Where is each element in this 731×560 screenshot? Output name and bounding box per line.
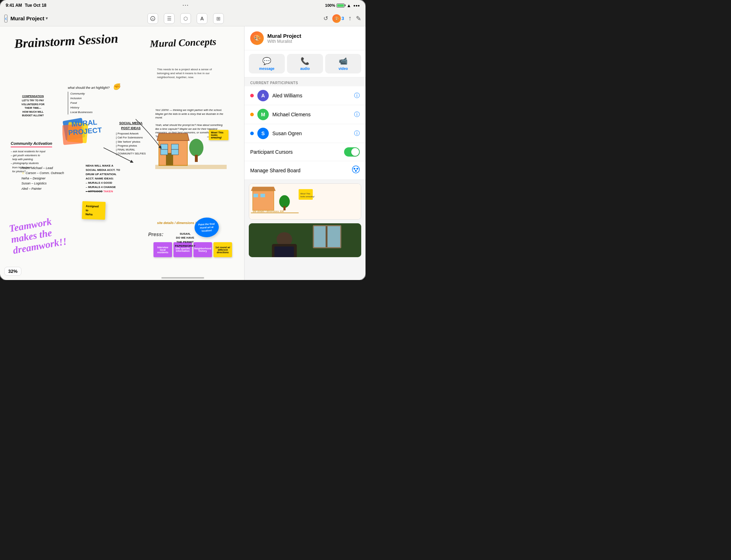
art-question: what should the art highlight?	[68, 85, 110, 90]
participant-susan[interactable]: S Susan Ogren ⓘ	[244, 124, 366, 143]
team-block: Team: Michael – Lead ☺ Carson – Comm. Ou…	[21, 166, 64, 191]
neha-block: NEHA WILL MAKE A SOCIAL MEDIA ACCT. TO D…	[86, 164, 120, 194]
video-svg	[249, 223, 361, 257]
battery-percentage: 100%	[325, 3, 335, 7]
svg-rect-22	[253, 194, 258, 197]
susan-name: Susan Ogren	[272, 131, 351, 136]
home-bar	[161, 277, 204, 279]
dots-indicator: ···	[183, 2, 189, 8]
pencil-tool-button[interactable]: A	[147, 13, 158, 24]
shapes-tool-button[interactable]: ⬡	[180, 13, 191, 24]
michael-avatar-initial: M	[261, 112, 265, 117]
mural-concepts-title: Mural Concepts	[150, 36, 216, 50]
compensation-block: COMPENSATION LET'S TRY TO PAYVOLUNTEERS …	[21, 94, 45, 118]
aled-avatar: A	[257, 90, 269, 101]
toggle-thumb	[351, 148, 359, 156]
canvas-thumbnail: Wow! This looks amazing! site details / …	[249, 183, 361, 220]
svg-rect-6	[161, 144, 168, 149]
message-button[interactable]: 💬 message	[249, 54, 285, 73]
cursors-toggle[interactable]	[344, 147, 360, 157]
dropdown-arrow: ▾	[46, 16, 48, 21]
art-highlight-block: what should the art highlight? Community…	[68, 85, 110, 114]
svg-point-18	[354, 168, 356, 170]
susan-dot	[250, 132, 254, 135]
press-label: Press:	[148, 231, 163, 237]
battery-icon	[337, 4, 344, 7]
battery-indicator: 100%	[325, 3, 344, 7]
shapes-icon: ⬡	[183, 16, 188, 21]
svg-rect-32	[249, 223, 361, 257]
text-tool-button[interactable]: ☰	[164, 13, 175, 24]
sidebar-panel: 🎨 Mural Project With Muralist 💬 message …	[244, 26, 366, 280]
svg-rect-13	[195, 155, 198, 162]
michael-dot	[250, 113, 254, 116]
audio-label: audio	[300, 67, 310, 71]
text-icon: ☰	[167, 16, 172, 21]
pencil-icon: A	[150, 16, 156, 21]
svg-rect-35	[327, 226, 340, 247]
participants-section-label: CURRENT PARTICIPANTS	[244, 77, 366, 86]
svg-rect-26	[283, 206, 286, 210]
emoji-fist: ✊	[112, 82, 120, 92]
zoom-badge[interactable]: 32%	[4, 267, 21, 276]
thumb-inner: Wow! This looks amazing! site details / …	[249, 184, 361, 219]
mural-description: This needs to be a project about a sense…	[157, 67, 218, 80]
susan-avatar-initial: S	[261, 131, 264, 136]
susan-info-icon[interactable]: ⓘ	[354, 130, 360, 137]
audio-button[interactable]: 📞 audio	[287, 54, 323, 73]
svg-point-25	[279, 195, 290, 208]
svg-rect-9	[161, 149, 168, 155]
svg-rect-36	[326, 226, 327, 247]
svg-text:looks amazing!: looks amazing!	[301, 195, 315, 198]
collaborator-avatar: 🎨	[332, 14, 341, 23]
michael-avatar: M	[257, 109, 269, 120]
michael-info-icon[interactable]: ⓘ	[354, 111, 360, 118]
manage-label: Manage Shared Board	[250, 168, 301, 173]
aled-info-icon[interactable]: ⓘ	[354, 92, 360, 100]
compensation-body: LET'S TRY TO PAYVOLUNTEERS FORTHEIR TIME…	[21, 99, 45, 118]
back-button[interactable]: ‹	[4, 15, 7, 22]
time-display: 9:41 AM	[6, 3, 22, 8]
brainstorm-title: Brainstorm Session	[14, 31, 119, 51]
back-arrow: ‹	[5, 15, 7, 22]
panel-project-title: Mural Project	[267, 33, 301, 39]
font-tool-button[interactable]: A	[197, 13, 207, 24]
svg-rect-23	[261, 194, 265, 197]
video-person	[249, 223, 361, 257]
svg-point-17	[352, 166, 359, 173]
image-tool-button[interactable]: ⊞	[213, 13, 224, 24]
social-items: [ Proposed Artwork [ Call For Submission…	[116, 132, 146, 156]
susan-block: SUSAN,DO WE HAVETHE PERMITPAPERWORK?	[175, 232, 195, 248]
comm-buttons-row: 💬 message 📞 audio 📹 video	[244, 50, 366, 77]
manage-board-row[interactable]: Manage Shared Board	[244, 161, 366, 180]
assigned-sticky: Assigned to Neha	[82, 201, 106, 220]
svg-rect-39	[274, 246, 294, 257]
svg-marker-11	[157, 133, 189, 141]
canvas-area[interactable]: Brainstorm Session Mural Concepts COMPEN…	[0, 26, 244, 280]
participant-aled[interactable]: A Aled Williams ⓘ	[244, 86, 366, 105]
sticky-interview: Interviewlocal residents	[153, 242, 172, 257]
share-icon[interactable]: ↑	[348, 15, 352, 22]
aled-name: Aled Williams	[272, 93, 351, 98]
svg-marker-24	[251, 187, 276, 191]
social-media-block: SOCIAL MEDIAPOST IDEAS [ Proposed Artwor…	[116, 121, 146, 156]
svg-text:Wow! This: Wow! This	[301, 193, 311, 195]
history-icon[interactable]: ↺	[323, 15, 328, 22]
svg-rect-34	[314, 226, 326, 247]
message-label: message	[259, 67, 274, 71]
collaborators-button[interactable]: 🎨 3	[332, 14, 344, 23]
signal-icon: ●●●	[353, 4, 360, 7]
wow-sticky: Wow! This looks amazing!	[209, 130, 228, 140]
video-panel	[249, 223, 361, 257]
thumbnail-svg: Wow! This looks amazing! site details / …	[249, 184, 361, 219]
edit-icon[interactable]: ✎	[356, 15, 361, 22]
aled-dot	[250, 94, 254, 97]
compensation-title: COMPENSATION	[21, 94, 45, 98]
panel-header: 🎨 Mural Project With Muralist	[244, 26, 366, 50]
participant-michael[interactable]: M Michael Clemens ⓘ	[244, 105, 366, 124]
video-button[interactable]: 📹 video	[325, 54, 361, 73]
battery-fill	[337, 4, 344, 7]
project-title-button[interactable]: Mural Project ▾	[10, 15, 48, 21]
panel-scroll: CURRENT PARTICIPANTS A Aled Williams ⓘ M	[244, 77, 366, 280]
susan-avatar: S	[257, 128, 269, 139]
